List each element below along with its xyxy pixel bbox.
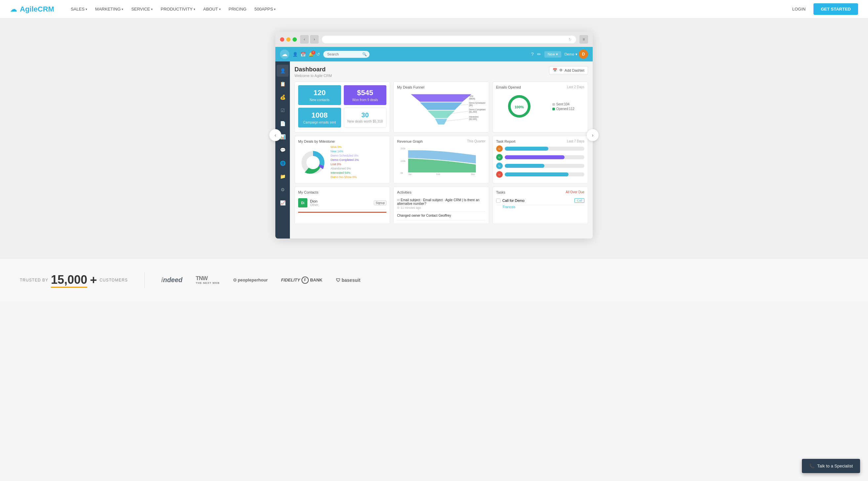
dot-green[interactable] bbox=[292, 37, 297, 42]
browser-address-bar[interactable]: ↻ bbox=[322, 36, 576, 43]
trusted-plus: + bbox=[90, 273, 97, 287]
dashboard-title-area: Dashboard Welcome to Agile CRM bbox=[294, 66, 332, 77]
milestone-title: My Deals by Milestone bbox=[298, 139, 386, 143]
sidebar-item-docs[interactable]: 📄 bbox=[277, 118, 288, 129]
milestone-demo-sched: Demo Scheduled 0% bbox=[331, 154, 386, 157]
nav-item-pricing[interactable]: PRICING bbox=[225, 4, 250, 14]
contacts-icon[interactable]: 👤 bbox=[292, 52, 298, 57]
sidebar-item-globe[interactable]: 🌐 bbox=[277, 157, 288, 169]
milestone-lost: Lost 0% bbox=[331, 163, 386, 166]
help-icon[interactable]: ? bbox=[531, 52, 534, 57]
search-icon: 🔍 bbox=[362, 52, 367, 57]
dot-red[interactable] bbox=[280, 37, 284, 42]
crm-body: 👤 📋 💰 ☑ 📄 📊 💬 🌐 📁 ⚙ 📈 bbox=[275, 61, 593, 238]
task-call-button[interactable]: Call bbox=[575, 198, 584, 203]
activity-text-2: Changed owner for Contact Geoffrey bbox=[397, 214, 485, 217]
notification-badge: 7 bbox=[311, 51, 315, 55]
sidebar-item-pages[interactable]: 📁 bbox=[277, 170, 288, 182]
task-user-avatar-3: U bbox=[496, 163, 503, 169]
edit-icon[interactable]: ✏ bbox=[537, 52, 541, 57]
get-started-button[interactable]: GET STARTED bbox=[813, 3, 858, 15]
nav-links: SALES▾ MARKETING▾ SERVICE▾ PRODUCTIVITY▾… bbox=[67, 4, 788, 14]
svg-point-19 bbox=[306, 156, 320, 169]
sidebar-item-tasks[interactable]: ☑ bbox=[277, 104, 288, 116]
trusted-by-area: TRUSTED BY 15,000 + CUSTOMERS bbox=[20, 273, 128, 288]
nav-item-about[interactable]: ABOUT▾ bbox=[200, 4, 224, 14]
donut-percentage: 100% bbox=[515, 105, 524, 109]
carousel-prev-button[interactable]: ‹ bbox=[269, 129, 281, 141]
svg-text:Interested: Interested bbox=[469, 116, 478, 118]
new-deals-card: 30 New deals worth $5,318 bbox=[344, 108, 387, 128]
new-button[interactable]: New▾ bbox=[545, 51, 561, 58]
sidebar-item-dashboard[interactable]: 👤 bbox=[277, 65, 288, 77]
task-user-avatar-4: U bbox=[496, 171, 503, 178]
task-bar-row-1: U bbox=[496, 146, 584, 152]
new-contacts-label: New contacts bbox=[302, 98, 338, 102]
indeed-logo: índeed bbox=[161, 276, 182, 284]
notification-icon[interactable]: 🔔7 bbox=[308, 52, 314, 57]
new-contacts-number: 120 bbox=[302, 89, 338, 97]
browser-nav-buttons: ‹ › bbox=[300, 35, 319, 43]
footer-logos: índeed TNW THE NEXT WEB ⊙ peopleperhour … bbox=[161, 276, 361, 284]
task-bar-row-2: U bbox=[496, 154, 584, 161]
carousel-next-button[interactable]: › bbox=[587, 129, 599, 141]
legend-sent: Sent:104 bbox=[552, 102, 575, 106]
milestone-abandoned: Abandoned 0% bbox=[331, 167, 386, 170]
crm-logo-icon: ☁ bbox=[280, 50, 289, 59]
task-bar-row-3: U bbox=[496, 163, 584, 169]
crm-header-right: ? ✏ New▾ Demo▾ D bbox=[531, 50, 588, 59]
svg-text:($1,200): ($1,200) bbox=[469, 111, 477, 113]
browser-menu-button[interactable]: ≡ bbox=[580, 35, 588, 43]
browser-dots bbox=[280, 37, 297, 42]
nav-item-service[interactable]: SERVICE▾ bbox=[128, 4, 156, 14]
revenue-dashlet: Revenue Graph This Quarter 200k 100k 0k bbox=[393, 136, 489, 183]
user-menu[interactable]: Demo▾ D bbox=[564, 50, 588, 59]
won-label: Won from 9 deals bbox=[347, 98, 383, 102]
svg-text:Mar: Mar bbox=[471, 173, 475, 175]
dot-yellow[interactable] bbox=[286, 37, 290, 42]
stats-grid: 120 New contacts $545 Won from 9 deals 1… bbox=[298, 85, 386, 128]
nav-item-productivity[interactable]: PRODUCTIVITY▾ bbox=[157, 4, 199, 14]
nav-item-marketing[interactable]: MARKETING▾ bbox=[92, 4, 127, 14]
legend-dot-opened bbox=[552, 108, 555, 110]
revenue-title: Revenue Graph This Quarter bbox=[397, 139, 485, 143]
dashboard-header: Dashboard Welcome to Agile CRM 📅 ⚙ Add D… bbox=[294, 66, 588, 77]
browser-forward-button[interactable]: › bbox=[310, 35, 319, 43]
login-button[interactable]: LOGIN bbox=[788, 5, 809, 13]
search-input[interactable] bbox=[327, 52, 360, 56]
milestone-interested: Interested 54% bbox=[331, 171, 386, 174]
add-dashlet-button[interactable]: 📅 ⚙ Add Dashlet bbox=[549, 66, 588, 74]
divider bbox=[145, 272, 145, 288]
svg-text:($600): ($600) bbox=[469, 97, 475, 100]
emails-dashlet: Emails Opened Last 2 Days bbox=[493, 82, 588, 132]
contacts-title: My Contacts bbox=[298, 190, 386, 194]
task-checkbox[interactable] bbox=[496, 198, 500, 203]
nav-item-500apps[interactable]: 500APPS▾ bbox=[251, 4, 279, 14]
browser-titlebar: ‹ › ↻ ≡ bbox=[275, 32, 593, 47]
history-icon[interactable]: ↺ bbox=[316, 52, 320, 57]
sidebar-item-chat[interactable]: 💬 bbox=[277, 144, 288, 156]
nav-item-sales[interactable]: SALES▾ bbox=[67, 4, 91, 14]
milestone-dashlet: My Deals by Milestone bbox=[294, 136, 390, 183]
dashlets-row-1: 120 New contacts $545 Won from 9 deals 1… bbox=[294, 82, 588, 132]
logo[interactable]: ☁ AgileCRM bbox=[10, 5, 54, 13]
browser-window: ‹ › ↻ ≡ ☁ 👤 📅 🔔7 bbox=[275, 32, 593, 238]
new-deals-number: 30 bbox=[347, 111, 383, 119]
task-bar-fill-3 bbox=[505, 164, 545, 168]
dashlets-row-3: My Contacts Di Dion Other, Signup bbox=[294, 187, 588, 224]
sidebar-item-contacts[interactable]: 📋 bbox=[277, 78, 288, 90]
calendar-icon[interactable]: 📅 bbox=[301, 52, 306, 57]
browser-back-button[interactable]: ‹ bbox=[300, 35, 309, 43]
calendar-icon-small: 📅 bbox=[553, 68, 557, 72]
svg-text:($2,000): ($2,000) bbox=[469, 118, 477, 121]
crm-search-bar[interactable]: 🔍 bbox=[323, 51, 370, 58]
activity-text-1: ✉ Email subject · Email subject · Agile … bbox=[397, 198, 485, 205]
sidebar-item-analytics[interactable]: 📈 bbox=[277, 197, 288, 209]
task-bar-row-4: U bbox=[496, 171, 584, 178]
sidebar-item-integrations[interactable]: ⚙ bbox=[277, 184, 288, 196]
activity-item-1: ✉ Email subject · Email subject · Agile … bbox=[397, 196, 485, 212]
campaign-emails-card: 1008 Campaign emails sent bbox=[298, 108, 341, 128]
legend-opened: Opened:112 bbox=[552, 107, 575, 111]
sidebar-item-deals[interactable]: 💰 bbox=[277, 91, 288, 103]
task-bar-bg-1 bbox=[505, 147, 584, 151]
